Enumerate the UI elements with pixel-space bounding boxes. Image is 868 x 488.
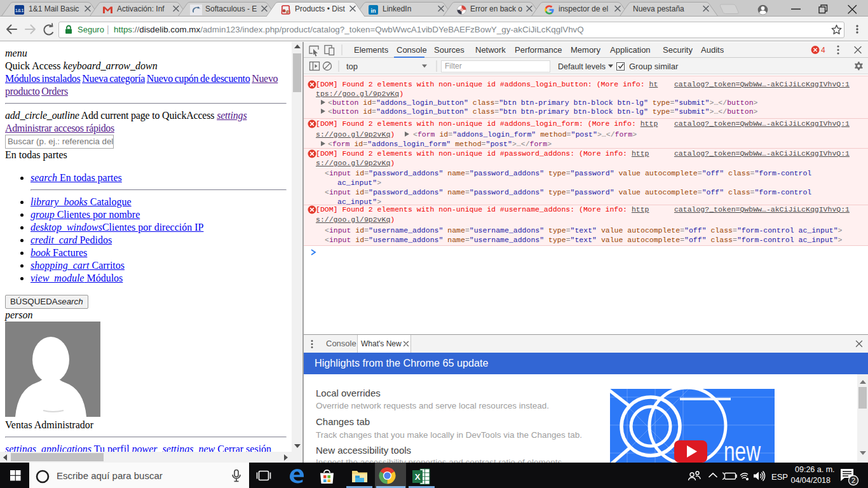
svg-text:2: 2: [851, 477, 855, 484]
svg-text:in: in: [371, 8, 376, 14]
svg-text:1&1: 1&1: [15, 8, 24, 13]
svg-text:X: X: [415, 472, 421, 482]
